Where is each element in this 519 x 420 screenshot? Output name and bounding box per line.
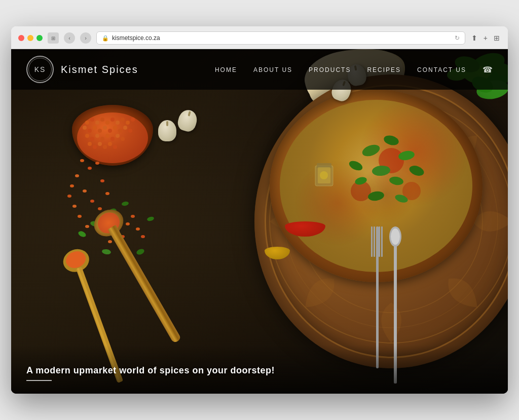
nav-item-home[interactable]: HOME xyxy=(215,65,237,74)
spice-jar xyxy=(313,161,336,188)
share-button[interactable]: ⬆ xyxy=(470,33,478,43)
grid-button[interactable]: ⊞ xyxy=(493,33,501,43)
svg-point-51 xyxy=(121,137,125,141)
svg-point-40 xyxy=(113,126,117,130)
nav-link-contact[interactable]: CONTACT US xyxy=(417,66,466,73)
svg-rect-98 xyxy=(379,226,380,257)
garlic-1 xyxy=(158,120,176,141)
window-grid-icon: ⊞ xyxy=(48,32,59,44)
refresh-icon: ↻ xyxy=(455,34,460,42)
browser-window: ⊞ ‹ › 🔒 kismetspice.co.za ↻ ⬆ + ⊞ KS Kis… xyxy=(11,26,508,394)
svg-point-26 xyxy=(95,121,99,125)
phone-icon[interactable]: ☎ xyxy=(483,65,493,74)
address-bar[interactable]: 🔒 kismetspice.co.za ↻ xyxy=(96,31,465,45)
svg-point-34 xyxy=(83,126,87,130)
svg-point-58 xyxy=(80,159,84,162)
nav-item-phone[interactable]: ☎ xyxy=(483,65,493,74)
nav-item-recipes[interactable]: RECIPES xyxy=(367,65,401,74)
svg-point-37 xyxy=(98,129,102,133)
svg-point-21 xyxy=(389,176,404,186)
svg-point-31 xyxy=(121,118,125,122)
minimize-button[interactable] xyxy=(27,35,33,41)
svg-point-25 xyxy=(90,118,94,122)
svg-point-64 xyxy=(83,189,87,193)
svg-point-14 xyxy=(361,142,382,158)
svg-point-42 xyxy=(123,126,127,130)
svg-point-60 xyxy=(75,174,79,177)
svg-point-54 xyxy=(98,142,102,146)
maximize-button[interactable] xyxy=(36,35,43,41)
svg-point-43 xyxy=(128,129,132,133)
svg-point-61 xyxy=(95,162,99,165)
svg-point-56 xyxy=(108,142,112,146)
hero-tagline: A modern upmarket world of spices on you… xyxy=(26,365,493,376)
nav-item-about[interactable]: ABOUT US xyxy=(253,65,292,74)
svg-point-53 xyxy=(93,145,97,149)
svg-point-29 xyxy=(110,118,115,122)
svg-point-57 xyxy=(113,145,117,149)
forward-button[interactable]: › xyxy=(80,32,91,44)
nav-item-contact[interactable]: CONTACT US xyxy=(417,65,466,74)
svg-point-59 xyxy=(88,167,92,170)
svg-point-19 xyxy=(408,164,425,177)
new-tab-button[interactable]: + xyxy=(483,33,489,43)
svg-point-32 xyxy=(126,121,130,125)
browser-chrome: ⊞ ‹ › 🔒 kismetspice.co.za ↻ ⬆ + ⊞ xyxy=(11,26,508,49)
svg-rect-99 xyxy=(381,226,383,257)
traffic-lights xyxy=(18,35,43,41)
svg-point-52 xyxy=(88,142,92,146)
logo-emblem: KS xyxy=(26,56,54,83)
svg-point-48 xyxy=(105,134,109,138)
svg-rect-96 xyxy=(371,226,373,257)
svg-point-63 xyxy=(100,179,104,182)
svg-point-45 xyxy=(90,137,94,141)
svg-point-50 xyxy=(116,134,120,138)
nav-link-about[interactable]: ABOUT US xyxy=(253,66,292,73)
svg-point-47 xyxy=(100,137,104,141)
nav-link-home[interactable]: HOME xyxy=(215,66,237,73)
logo-name: Kismet Spices xyxy=(61,64,138,75)
svg-point-38 xyxy=(103,126,107,130)
close-button[interactable] xyxy=(18,35,24,41)
logo-area: KS Kismet Spices xyxy=(26,56,138,83)
svg-point-46 xyxy=(95,134,99,138)
nav-links: HOME ABOUT US PRODUCTS RECIPES CONTACT U… xyxy=(215,65,493,74)
svg-point-27 xyxy=(100,118,104,122)
svg-point-44 xyxy=(85,134,89,138)
svg-point-15 xyxy=(383,134,400,146)
back-button[interactable]: ‹ xyxy=(64,32,75,44)
svg-point-55 xyxy=(103,145,107,149)
logo-initials: KS xyxy=(34,65,46,73)
svg-point-62 xyxy=(70,184,74,187)
svg-point-65 xyxy=(67,195,71,198)
lock-icon: 🔒 xyxy=(102,35,109,42)
hero-underline xyxy=(26,380,52,381)
svg-point-70 xyxy=(78,215,82,218)
hero-scene: A modern upmarket world of spices on you… xyxy=(11,49,508,394)
website-content: KS Kismet Spices HOME ABOUT US PRODUCTS … xyxy=(11,49,508,394)
svg-point-67 xyxy=(90,200,94,203)
svg-point-41 xyxy=(118,129,122,133)
svg-point-33 xyxy=(131,118,135,122)
svg-point-39 xyxy=(108,129,112,133)
svg-point-94 xyxy=(320,171,328,179)
svg-point-36 xyxy=(93,126,97,130)
nav-link-products[interactable]: PRODUCTS xyxy=(309,66,351,73)
svg-point-102 xyxy=(391,228,400,245)
url-text: kismetspice.co.za xyxy=(112,34,160,42)
nav-link-recipes[interactable]: RECIPES xyxy=(367,66,401,73)
svg-point-68 xyxy=(72,205,77,208)
hero-section: A modern upmarket world of spices on you… xyxy=(11,49,508,394)
spice-jar-svg xyxy=(313,161,336,188)
svg-point-28 xyxy=(105,121,109,125)
svg-point-35 xyxy=(88,129,92,133)
svg-point-49 xyxy=(110,137,115,141)
hero-text-overlay: A modern upmarket world of spices on you… xyxy=(11,345,508,394)
svg-rect-97 xyxy=(374,226,375,257)
svg-point-24 xyxy=(85,121,89,125)
svg-point-30 xyxy=(116,121,120,125)
svg-point-69 xyxy=(98,207,102,210)
browser-actions: ⬆ + ⊞ xyxy=(470,33,501,43)
svg-point-17 xyxy=(348,159,364,172)
nav-item-products[interactable]: PRODUCTS xyxy=(309,65,351,74)
